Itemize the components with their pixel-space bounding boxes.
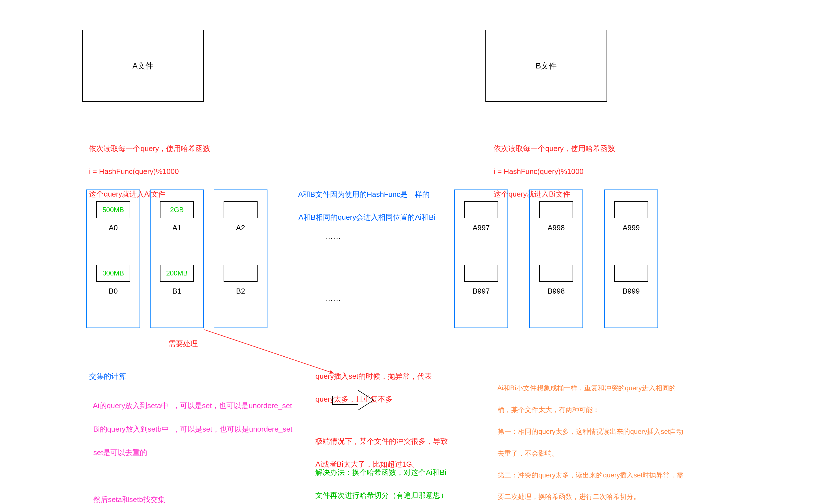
- bucket-a1-label: A1: [172, 223, 181, 232]
- bucket-explain-line5: 第二：冲突的query太多，读出来的query插入set时抛异常，需: [498, 471, 683, 479]
- bucket-a998b998: A998 B998: [529, 189, 583, 328]
- bucket-a2-label: A2: [236, 223, 245, 232]
- bucket-explain: Ai和Bi小文件想象成桶一样，重复和冲突的query进入相同的 桶，某个文件太大…: [494, 372, 683, 502]
- bucket-a2-size: [224, 201, 257, 218]
- bucket-a0b0: 500MB A0 300MB B0: [86, 189, 140, 328]
- file-a-box: A文件: [82, 30, 204, 102]
- bucket-explain-line2: 桶，某个文件太大，有两种可能：: [498, 406, 600, 413]
- bucket-b2-size: [224, 265, 257, 282]
- bucket-b0-label: B0: [109, 287, 118, 296]
- bucket-b998-label: B998: [548, 287, 565, 296]
- mid-text-blue-line2: A和B相同的query会进入相同位置的Ai和Bi: [298, 213, 435, 221]
- mid-text-blue: A和B文件因为使用的HashFunc是一样的 A和B相同的query会进入相同位…: [294, 177, 435, 223]
- bucket-explain-line1: Ai和Bi小文件想象成桶一样，重复和冲突的query进入相同的: [497, 384, 676, 392]
- bucket-a0-size: 500MB: [96, 201, 130, 218]
- dots-top: ……: [325, 232, 341, 241]
- intersect-title: 交集的计算: [89, 371, 126, 382]
- bucket-b997-label: B997: [473, 287, 490, 296]
- bucket-a999-label: A999: [623, 223, 640, 232]
- bucket-b1-label: B1: [172, 287, 181, 296]
- bucket-a997-size: [464, 201, 498, 218]
- dots-bot: ……: [325, 294, 341, 303]
- file-b-box: B文件: [486, 30, 607, 102]
- bucket-a997-label: A997: [473, 223, 490, 232]
- bucket-explain-line6: 要二次处理，换哈希函数，进行二次哈希切分。: [498, 493, 640, 500]
- exception-bot-line1: 极端情况下，某个文件的冲突很多，导致: [315, 437, 448, 445]
- bucket-a998-label: A998: [548, 223, 565, 232]
- bucket-b999-label: B999: [623, 287, 640, 296]
- hash-text-b-line1: 依次读取每一个query，使用哈希函数: [494, 144, 615, 153]
- hash-text-a-line2: i = HashFunc(query)%1000: [89, 167, 179, 176]
- file-b-label: B文件: [536, 61, 557, 71]
- bucket-a1b1: 2GB A1 200MB B1: [150, 189, 204, 328]
- bucket-b2-label: B2: [236, 287, 245, 296]
- bucket-a998-size: [539, 201, 573, 218]
- bucket-a999b999: A999 B999: [604, 189, 658, 328]
- bucket-explain-line4: 去重了，不会影响。: [498, 449, 559, 457]
- solution-line1: 解决办法：换个哈希函数，对这个Ai和Bi: [315, 468, 446, 477]
- bucket-b1-size: 200MB: [160, 265, 194, 282]
- bucket-a0-label: A0: [109, 223, 118, 232]
- intersect-desc-line1: Ai的query放入到seta中 ，可以是set，也可以是unordere_se…: [93, 401, 292, 410]
- solution-text: 解决办法：换个哈希函数，对这个Ai和Bi 文件再次进行哈希切分（有递归那意思）: [311, 455, 448, 501]
- mid-text-blue-line1: A和B文件因为使用的HashFunc是一样的: [298, 190, 430, 199]
- bucket-b999-size: [614, 265, 648, 282]
- intersect-desc-line3: set是可以去重的: [93, 448, 147, 457]
- intersect-desc: Ai的query放入到seta中 ，可以是set，也可以是unordere_se…: [89, 388, 292, 504]
- hash-text-a-line1: 依次读取每一个query，使用哈希函数: [89, 144, 210, 153]
- file-a-label: A文件: [132, 61, 154, 71]
- intersect-desc-line5: 然后seta和setb找交集: [93, 495, 165, 504]
- bucket-b0-size: 300MB: [96, 265, 130, 282]
- big-arrow-icon: [331, 389, 376, 412]
- bucket-a999-size: [614, 201, 648, 218]
- hash-text-b-line2: i = HashFunc(query)%1000: [494, 167, 583, 176]
- exception-top-line1: query插入set的时候，抛异常，代表: [315, 372, 432, 380]
- bucket-a997b997: A997 B997: [454, 189, 508, 328]
- bucket-b997-size: [464, 265, 498, 282]
- bucket-explain-line3: 第一：相同的query太多，这种情况读出来的query插入set自动: [498, 428, 683, 435]
- intersect-desc-line2: Bi的query放入到setb中 ，可以是set，也可以是unordere_se…: [93, 425, 292, 433]
- bucket-a2b2: A2 B2: [214, 189, 267, 328]
- need-handle-label: 需要处理: [168, 338, 198, 349]
- bucket-a1-size: 2GB: [160, 201, 194, 218]
- bucket-b998-size: [539, 265, 573, 282]
- solution-line2: 文件再次进行哈希切分（有递归那意思）: [315, 491, 448, 499]
